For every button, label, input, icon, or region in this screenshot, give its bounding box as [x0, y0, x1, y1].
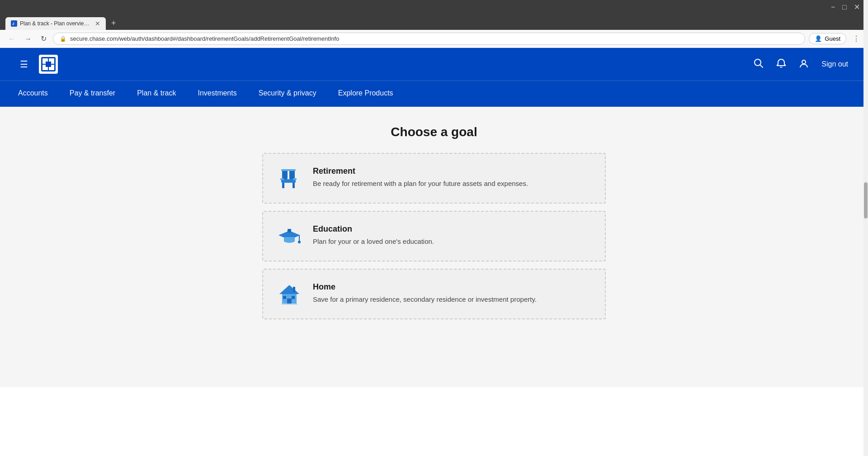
svg-rect-27: [292, 296, 295, 299]
svg-rect-15: [292, 183, 295, 188]
scrollbar[interactable]: [863, 0, 868, 387]
notifications-button[interactable]: [774, 57, 788, 72]
extensions-button[interactable]: ⋮: [850, 33, 863, 45]
header-right: Sign out: [752, 57, 850, 72]
nav-investments[interactable]: Investments: [187, 81, 247, 107]
retirement-goal-card[interactable]: Retirement Be ready for retirement with …: [262, 153, 606, 204]
education-icon-wrap: [277, 224, 302, 248]
address-bar[interactable]: 🔒 secure.chase.com/web/auth/dashboard#/d…: [53, 33, 805, 45]
home-icon-wrap: [277, 282, 302, 306]
profile-button[interactable]: 👤 Guest: [809, 33, 846, 44]
svg-rect-17: [293, 178, 297, 180]
profile-icon: 👤: [815, 35, 822, 42]
retirement-desc: Be ready for retirement with a plan for …: [313, 179, 591, 189]
svg-rect-29: [281, 303, 297, 305]
education-goal-card[interactable]: Education Plan for your or a loved one's…: [262, 211, 606, 261]
retirement-title: Retirement: [313, 166, 591, 176]
svg-rect-18: [281, 169, 296, 171]
svg-rect-12: [289, 170, 295, 179]
maximize-button[interactable]: □: [840, 2, 849, 12]
account-icon-button[interactable]: [797, 57, 811, 72]
goal-cards-container: Retirement Be ready for retirement with …: [262, 153, 606, 319]
retirement-icon-wrap: [277, 166, 302, 190]
search-button[interactable]: [752, 57, 765, 72]
profile-label: Guest: [825, 35, 840, 42]
svg-rect-7: [46, 62, 51, 67]
nav-plan-track[interactable]: Plan & track: [126, 81, 187, 107]
home-desc: Save for a primary residence, secondary …: [313, 294, 591, 305]
tab-favicon: J: [11, 20, 17, 27]
svg-rect-28: [293, 287, 295, 292]
close-button[interactable]: ✕: [851, 2, 863, 12]
svg-rect-11: [282, 170, 288, 179]
nav-explore-products[interactable]: Explore Products: [327, 81, 404, 107]
back-button[interactable]: ←: [5, 33, 18, 45]
home-goal-card[interactable]: Home Save for a primary residence, secon…: [262, 269, 606, 319]
education-title: Education: [313, 224, 591, 234]
nav-pay-transfer[interactable]: Pay & transfer: [59, 81, 126, 107]
home-card-body: Home Save for a primary residence, secon…: [313, 282, 591, 305]
svg-line-9: [760, 65, 763, 67]
sign-out-button[interactable]: Sign out: [820, 58, 850, 70]
reload-button[interactable]: ↻: [38, 33, 49, 45]
url-text: secure.chase.com/web/auth/dashboard#/das…: [70, 35, 339, 42]
home-icon: [278, 282, 301, 306]
svg-text:J: J: [12, 22, 14, 26]
retirement-icon: [278, 166, 301, 190]
tab-label: Plan & track - Plan overview - c: [20, 20, 92, 27]
retirement-card-body: Retirement Be ready for retirement with …: [313, 166, 591, 189]
tab-close-icon[interactable]: ✕: [95, 20, 100, 27]
minimize-button[interactable]: −: [828, 2, 838, 12]
hamburger-button[interactable]: ☰: [18, 57, 30, 71]
svg-point-10: [802, 60, 806, 64]
home-title: Home: [313, 282, 591, 292]
nav-security-privacy[interactable]: Security & privacy: [248, 81, 327, 107]
svg-point-22: [298, 241, 301, 243]
new-tab-button[interactable]: +: [108, 17, 120, 30]
main-nav: Accounts Pay & transfer Plan & track Inv…: [0, 81, 868, 107]
page-title: Choose a goal: [9, 125, 859, 139]
chase-logo[interactable]: [39, 55, 58, 74]
scrollbar-thumb[interactable]: [864, 182, 868, 218]
svg-rect-20: [288, 229, 291, 233]
svg-rect-16: [280, 178, 284, 180]
education-desc: Plan for your or a loved one's education…: [313, 237, 591, 247]
forward-button[interactable]: →: [22, 33, 34, 45]
nav-accounts[interactable]: Accounts: [18, 81, 59, 107]
lock-icon: 🔒: [60, 36, 66, 42]
app-header: ☰: [0, 48, 868, 81]
svg-rect-26: [283, 296, 286, 299]
svg-rect-14: [282, 183, 284, 188]
svg-marker-23: [279, 285, 299, 294]
main-content: Choose a goal: [0, 107, 868, 387]
browser-tab[interactable]: J Plan & track - Plan overview - c ✕: [5, 17, 106, 30]
education-card-body: Education Plan for your or a loved one's…: [313, 224, 591, 247]
education-icon: [278, 224, 301, 248]
header-left: ☰: [18, 55, 58, 74]
